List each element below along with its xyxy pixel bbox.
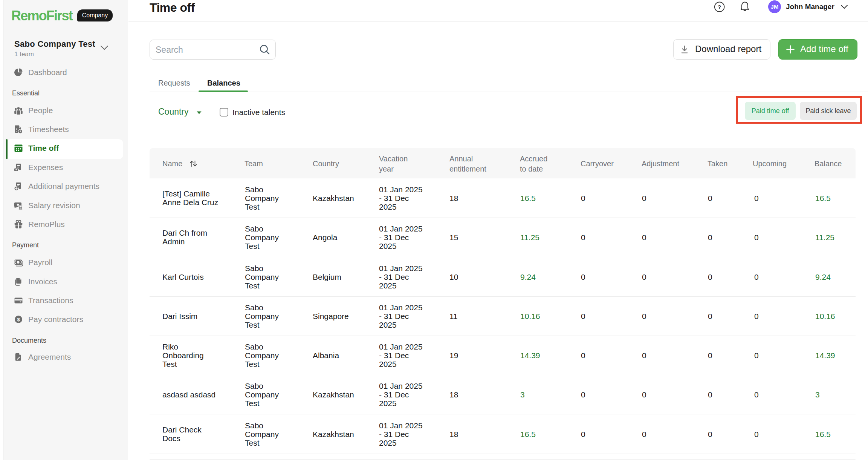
svg-text:?: ? [718, 4, 721, 10]
